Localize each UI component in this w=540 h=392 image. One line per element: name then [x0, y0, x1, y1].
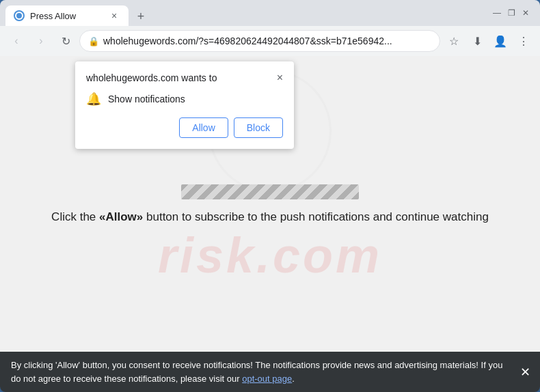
forward-button[interactable]: ›	[30, 30, 52, 52]
maximize-button[interactable]: ❐	[508, 8, 515, 18]
tab-favicon	[14, 10, 25, 21]
nav-bar: ‹ › ↻ 🔒 wholehugewords.com/?s=4698206244…	[0, 26, 540, 56]
close-window-button[interactable]: ✕	[522, 8, 529, 18]
notification-popup: wholehugewords.com wants to × 🔔 Show not…	[75, 61, 294, 149]
address-text: wholehugewords.com/?s=469820624492044807…	[103, 36, 431, 46]
new-tab-button[interactable]: +	[131, 7, 150, 26]
title-bar: Press Allow × + — ❐ ✕	[0, 0, 540, 26]
profile-button[interactable]: 👤	[489, 30, 511, 52]
page-instruction: Click the «Allow» button to subscribe to…	[38, 210, 502, 224]
tab-title: Press Allow	[30, 11, 103, 21]
popup-notification-text: Show notifications	[108, 94, 185, 104]
popup-notification-row: 🔔 Show notifications	[86, 92, 283, 107]
progress-bar	[181, 184, 359, 199]
page-content: risk.com Click the «Allow» button to sub…	[0, 56, 540, 352]
bookmark-button[interactable]: ☆	[443, 30, 465, 52]
nav-actions: ☆ ⬇ 👤 ⋮	[443, 30, 535, 52]
popup-title: wholehugewords.com wants to	[86, 72, 217, 83]
refresh-button[interactable]: ↻	[55, 30, 77, 52]
watermark-text: risk.com	[158, 227, 382, 283]
block-button[interactable]: Block	[234, 117, 283, 138]
window-controls: — ❐ ✕	[487, 8, 535, 18]
browser-window: Press Allow × + — ❐ ✕ ‹ › ↻ 🔒 wholehugew…	[0, 0, 540, 392]
popup-close-button[interactable]: ×	[277, 72, 283, 83]
address-bar[interactable]: 🔒 wholehugewords.com/?s=4698206244920448…	[79, 30, 440, 52]
bell-icon: 🔔	[86, 92, 101, 107]
progress-bar-container	[181, 184, 359, 199]
allow-button[interactable]: Allow	[179, 117, 228, 138]
lock-icon: 🔒	[88, 36, 99, 46]
popup-header: wholehugewords.com wants to ×	[86, 72, 283, 83]
tab-close-button[interactable]: ×	[108, 10, 120, 22]
menu-button[interactable]: ⋮	[513, 30, 535, 52]
popup-buttons: Allow Block	[86, 117, 283, 138]
tab-bar: Press Allow × +	[5, 0, 485, 26]
back-button[interactable]: ‹	[5, 30, 27, 52]
minimize-button[interactable]: —	[493, 8, 501, 18]
download-button[interactable]: ⬇	[466, 30, 488, 52]
bottom-notification-bar: By clicking 'Allow' button, you consent …	[0, 352, 540, 392]
bottom-bar-close-button[interactable]: ✕	[520, 366, 530, 378]
active-tab[interactable]: Press Allow ×	[5, 5, 129, 26]
opt-out-link[interactable]: opt-out page	[242, 374, 292, 384]
